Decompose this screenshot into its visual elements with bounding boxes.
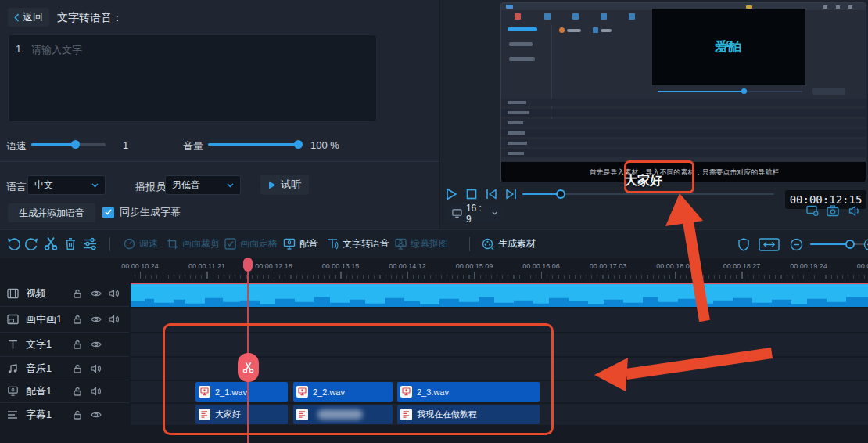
visibility-icon[interactable] bbox=[91, 315, 102, 324]
lock-icon[interactable] bbox=[73, 340, 82, 350]
mute-icon[interactable] bbox=[91, 364, 102, 373]
generate-material-label: 生成素材 bbox=[498, 237, 536, 250]
decor-dot bbox=[823, 5, 827, 9]
delete-button[interactable] bbox=[64, 237, 77, 250]
seek-bar-fill bbox=[522, 193, 561, 195]
video-editor-app: 返回 文字转语音： 1. 请输入文字 语速 1 音量 100 % 语言 中文 播… bbox=[0, 0, 868, 443]
toolbar-divider bbox=[109, 237, 110, 251]
volume-button[interactable] bbox=[848, 205, 862, 217]
lock-icon[interactable] bbox=[73, 288, 82, 298]
mini-track-label bbox=[508, 121, 523, 124]
zoom-in-button[interactable] bbox=[863, 238, 868, 251]
film-icon bbox=[7, 288, 19, 299]
greenscreen-icon bbox=[395, 238, 407, 250]
track-header-pip[interactable]: 画中画1 bbox=[0, 307, 129, 333]
lock-icon[interactable] bbox=[73, 410, 82, 420]
snapshot-button[interactable] bbox=[827, 205, 840, 217]
listen-button[interactable]: 试听 bbox=[260, 175, 309, 195]
ruler-tick-label: 00:00:15:09 bbox=[456, 262, 493, 270]
protect-button[interactable] bbox=[738, 238, 749, 251]
generate-voice-button[interactable]: 生成并添加语音 bbox=[8, 203, 95, 222]
crop-tool-button[interactable]: 画面裁剪 bbox=[167, 237, 220, 250]
dub-tool-button[interactable]: 配音 bbox=[283, 237, 318, 250]
undo-button[interactable] bbox=[6, 237, 21, 251]
chevron-down-icon bbox=[227, 183, 234, 188]
mini-track-row bbox=[501, 99, 866, 106]
timeline-zoom-knob[interactable] bbox=[845, 240, 855, 249]
language-value: 中文 bbox=[34, 178, 53, 192]
mini-track-row bbox=[501, 129, 866, 137]
freeze-tool-button[interactable]: 画面定格 bbox=[224, 237, 278, 250]
plus-circle-icon bbox=[863, 238, 868, 251]
lock-icon[interactable] bbox=[73, 363, 82, 373]
freeze-frame-icon bbox=[224, 238, 236, 250]
visibility-icon[interactable] bbox=[91, 340, 102, 349]
track-header-voice[interactable]: 配音1 bbox=[0, 380, 129, 403]
track-header-text[interactable]: 文字1 bbox=[0, 333, 129, 357]
trash-icon bbox=[64, 237, 77, 250]
panel-title: 文字转语音： bbox=[57, 11, 123, 25]
fit-width-icon bbox=[759, 238, 780, 251]
timeline-ruler[interactable]: 00:00:10:24 00:00:11:21 00:00:12:18 00:0… bbox=[131, 258, 868, 280]
language-select[interactable]: 中文 bbox=[27, 175, 106, 195]
track-label: 视频 bbox=[26, 286, 46, 301]
mini-progress-fill bbox=[658, 91, 744, 92]
ruler-tick-label: 00:00:12:18 bbox=[255, 262, 292, 270]
redo-button[interactable] bbox=[24, 237, 39, 251]
ruler-tick-label: 00:00:11:21 bbox=[188, 262, 225, 270]
mini-export-chip bbox=[812, 88, 845, 95]
text-to-speech-icon bbox=[326, 238, 339, 250]
visibility-icon[interactable] bbox=[91, 289, 102, 297]
generate-material-button[interactable]: 生成素材 bbox=[482, 237, 536, 250]
next-frame-button[interactable] bbox=[505, 189, 517, 200]
playhead-pin[interactable] bbox=[243, 258, 253, 272]
lock-icon[interactable] bbox=[73, 315, 82, 325]
ruler-tick-label: 00:00:13:15 bbox=[322, 262, 360, 270]
adjust-button[interactable] bbox=[83, 237, 97, 250]
greenscreen-tool-button[interactable]: 绿幕抠图 bbox=[395, 237, 448, 250]
fit-timeline-button[interactable] bbox=[759, 238, 780, 251]
display-settings-button[interactable] bbox=[806, 205, 820, 217]
preview-video-frame: 爱拍 首先是导入素材，导入不同的素材，只需要点击对应的导航栏 bbox=[500, 2, 866, 182]
annotation-clips-box bbox=[163, 323, 554, 435]
video-clip[interactable] bbox=[131, 283, 868, 307]
speedometer-icon bbox=[124, 238, 135, 250]
back-button[interactable]: 返回 bbox=[8, 8, 49, 27]
mute-icon[interactable] bbox=[109, 289, 120, 298]
subtitle-lines-icon bbox=[7, 410, 19, 420]
ruler-tick-label: 00:00:18:27 bbox=[723, 262, 761, 270]
mini-player-screen: 爱拍 bbox=[652, 9, 805, 85]
skip-back-icon bbox=[486, 189, 497, 200]
tts-text-input[interactable]: 1. 请输入文字 bbox=[8, 34, 377, 122]
cut-button[interactable] bbox=[44, 236, 58, 250]
track-header-video[interactable]: 视频 bbox=[0, 280, 129, 307]
track-header-music[interactable]: 音乐1 bbox=[0, 357, 129, 380]
speed-tool-button[interactable]: 调速 bbox=[124, 237, 158, 250]
announcer-label: 播报员 bbox=[135, 180, 166, 194]
stop-button[interactable] bbox=[466, 189, 477, 200]
sync-subtitle-label: 同步生成字幕 bbox=[120, 205, 181, 219]
announcer-select[interactable]: 男低音 bbox=[165, 175, 241, 195]
decor-dot bbox=[848, 5, 852, 9]
aspect-ratio-select[interactable]: 16 : 9 bbox=[446, 204, 504, 222]
checkbox-checked[interactable] bbox=[102, 207, 114, 218]
lock-icon[interactable] bbox=[73, 387, 82, 397]
speed-slider-knob[interactable] bbox=[71, 140, 80, 149]
play-icon bbox=[268, 181, 276, 189]
speed-label: 语速 bbox=[6, 139, 27, 153]
panel-divider bbox=[0, 161, 439, 162]
play-button[interactable] bbox=[446, 188, 457, 200]
track-header-subtitle[interactable]: 字幕1 bbox=[0, 403, 129, 427]
prev-frame-button[interactable] bbox=[486, 189, 497, 200]
volume-slider-knob[interactable] bbox=[294, 140, 303, 149]
sync-subtitle-option[interactable]: 同步生成字幕 bbox=[102, 205, 181, 219]
mute-icon[interactable] bbox=[109, 315, 120, 324]
visibility-icon[interactable] bbox=[91, 411, 102, 420]
audio-waveform bbox=[131, 283, 868, 307]
mute-icon[interactable] bbox=[91, 387, 102, 396]
back-chevron-icon bbox=[14, 13, 20, 22]
timecode-value: 00:00:12:15 bbox=[790, 193, 863, 206]
zoom-out-button[interactable] bbox=[790, 238, 803, 251]
tts-tool-button[interactable]: 文字转语音 bbox=[326, 237, 389, 250]
seek-knob[interactable] bbox=[556, 189, 565, 199]
